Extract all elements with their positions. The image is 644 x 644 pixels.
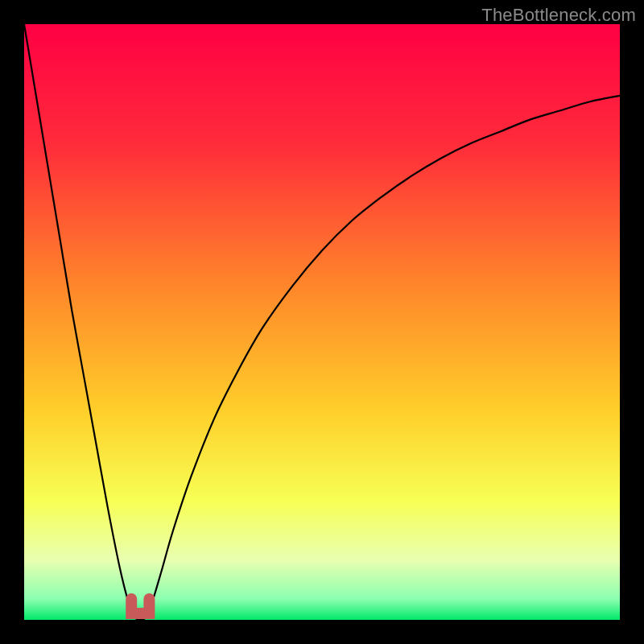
safe-zone-marker — [131, 599, 149, 613]
curve-layer — [24, 24, 620, 620]
watermark-text: TheBottleneck.com — [481, 5, 636, 26]
plot-area — [24, 24, 620, 620]
chart-frame: TheBottleneck.com — [0, 0, 644, 644]
bottleneck-curve — [24, 24, 620, 620]
